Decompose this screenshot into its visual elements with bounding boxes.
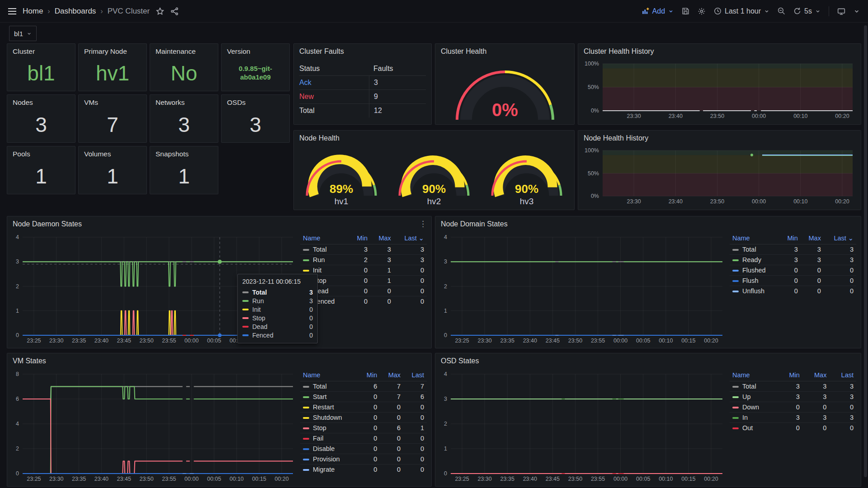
legend-min-value: 0	[359, 413, 380, 423]
legend-series-name[interactable]: Shutdown	[300, 413, 359, 423]
add-panel-button[interactable]: Add	[642, 7, 674, 15]
stat-title: Networks	[150, 95, 218, 110]
node-health-history-chart[interactable]: 0%50%100%23:3023:4023:5000:0000:1000:20	[582, 146, 857, 206]
legend-col-last[interactable]: Last	[829, 371, 856, 381]
legend-row-flushed: Flushed000	[730, 265, 856, 276]
legend-col-max[interactable]: Max	[802, 371, 830, 381]
stat-title: VMs	[79, 95, 146, 110]
legend-min-value: 3	[778, 413, 802, 423]
time-range-label: Last 1 hour	[725, 7, 761, 15]
panel-menu-icon[interactable]: ⋮	[419, 220, 427, 228]
share-icon[interactable]	[170, 7, 179, 15]
tooltip-series-value: 0	[309, 306, 313, 313]
legend-row-run: Run233	[300, 255, 427, 265]
legend-series-name[interactable]: Restart	[300, 402, 359, 413]
legend-col-name[interactable]: Name	[730, 371, 778, 381]
svg-text:23:25: 23:25	[27, 338, 41, 344]
legend-col-max[interactable]: Max	[370, 234, 394, 244]
tooltip-row-init: Init 0	[242, 305, 313, 314]
legend-series-name[interactable]: Provision	[300, 454, 359, 465]
stat-value: hv1	[96, 63, 129, 84]
legend-series-name[interactable]: Out	[730, 423, 778, 433]
legend-series-name[interactable]: In	[730, 413, 778, 423]
svg-text:23:40: 23:40	[523, 476, 537, 482]
series-color-swatch	[732, 270, 739, 272]
legend-last-value: 0	[394, 276, 427, 286]
legend-series-name[interactable]: Total	[730, 244, 780, 255]
dashboard-settings-gear-icon[interactable]	[698, 7, 706, 15]
legend-col-name[interactable]: Name	[730, 234, 780, 244]
legend-col-last[interactable]: Last	[403, 371, 427, 381]
tooltip-timestamp: 2023-12-11 00:06:15	[242, 278, 313, 285]
legend-row-total: Total333	[300, 244, 427, 255]
hamburger-menu-icon[interactable]	[8, 8, 16, 15]
legend-series-name[interactable]: Unflush	[730, 286, 780, 296]
legend-series-name[interactable]: Ready	[730, 255, 780, 265]
legend-last-value: 0	[829, 423, 856, 433]
legend-series-name[interactable]: Run	[300, 255, 349, 265]
svg-text:3: 3	[16, 258, 19, 265]
chevron-down-icon	[27, 31, 32, 36]
legend-series-name[interactable]: Disable	[300, 444, 359, 454]
svg-text:23:30: 23:30	[49, 476, 63, 482]
legend-last-value: 0	[394, 286, 427, 296]
legend-col-last[interactable]: Last ⌄	[824, 234, 856, 244]
tooltip-series-name: Fenced	[252, 332, 309, 339]
legend-max-value: 7	[380, 381, 403, 392]
legend-series-name[interactable]: Down	[730, 402, 778, 413]
legend-last-value: 3	[829, 392, 856, 402]
legend-series-name[interactable]: Total	[300, 381, 359, 392]
time-range-picker[interactable]: Last 1 hour	[714, 7, 769, 15]
osd-states-chart[interactable]: 0123423:2523:3023:3523:4023:4523:5023:55…	[439, 370, 727, 483]
legend-col-min[interactable]: Min	[359, 371, 380, 381]
legend-min-value: 0	[778, 423, 802, 433]
dashboard-variable-selector[interactable]: bl1	[9, 26, 37, 41]
legend-col-name[interactable]: Name	[300, 234, 349, 244]
breadcrumb-dashboards[interactable]: Dashboards	[55, 7, 96, 16]
legend-series-name[interactable]: Total	[730, 381, 778, 392]
legend-col-min[interactable]: Min	[349, 234, 370, 244]
svg-text:00:20: 00:20	[835, 113, 849, 119]
legend-series-name[interactable]: Migrate	[300, 465, 359, 475]
legend-col-last[interactable]: Last ⌄	[394, 234, 427, 244]
breadcrumb-home[interactable]: Home	[23, 7, 43, 16]
vm-states-chart[interactable]: 0246823:2523:3023:3523:4023:4523:5023:55…	[11, 370, 297, 483]
svg-text:23:55: 23:55	[162, 476, 176, 482]
breadcrumb-current-dashboard[interactable]: PVC Cluster	[108, 7, 150, 16]
legend-series-name[interactable]: Start	[300, 392, 359, 402]
series-color-swatch	[732, 417, 739, 419]
cluster-health-history-chart[interactable]: 0%50%100%23:3023:4023:5000:0000:1000:20	[582, 59, 857, 121]
stat-panel-volumes: Volumes1	[78, 146, 147, 194]
node-domain-states-chart[interactable]: 0123423:2523:3023:3523:4023:4523:5023:55…	[439, 233, 727, 345]
svg-text:00:00: 00:00	[752, 113, 766, 119]
panel-title: Node Domain States	[435, 216, 861, 232]
page-scrollbar[interactable]	[864, 25, 867, 477]
legend-series-name[interactable]: Stop	[300, 423, 359, 433]
legend-col-min[interactable]: Min	[780, 234, 801, 244]
collapse-toolbar-chevron[interactable]	[854, 8, 860, 14]
legend-row-migrate: Migrate000	[300, 465, 427, 475]
favorite-star-icon[interactable]	[156, 7, 164, 15]
legend-min-value: 0	[778, 402, 802, 413]
series-color-swatch	[303, 438, 309, 440]
zoom-out-time-button[interactable]	[778, 7, 785, 15]
legend-series-name[interactable]: Flushed	[730, 265, 780, 276]
legend-series-name[interactable]: Flush	[730, 276, 780, 286]
legend-series-name[interactable]: Total	[300, 244, 349, 255]
legend-col-max[interactable]: Max	[380, 371, 403, 381]
legend-col-min[interactable]: Min	[778, 371, 802, 381]
tv-mode-button[interactable]	[837, 7, 845, 15]
legend-col-name[interactable]: Name	[300, 371, 359, 381]
legend-col-max[interactable]: Max	[801, 234, 824, 244]
stat-panel-vms: VMs7	[78, 94, 147, 143]
refresh-button[interactable]: 5s	[793, 7, 821, 15]
legend-series-name[interactable]: Up	[730, 392, 778, 402]
stat-title: OSDs	[222, 95, 289, 110]
legend-series-name[interactable]: Fail	[300, 433, 359, 444]
legend-max-value: 0	[380, 465, 403, 475]
svg-text:23:55: 23:55	[591, 476, 605, 482]
series-color-swatch	[242, 317, 249, 319]
save-dashboard-button[interactable]	[682, 7, 689, 15]
legend-last-value: 0	[394, 265, 427, 276]
panel-node-health-history: Node Health History 0%50%100%23:3023:402…	[578, 130, 861, 210]
